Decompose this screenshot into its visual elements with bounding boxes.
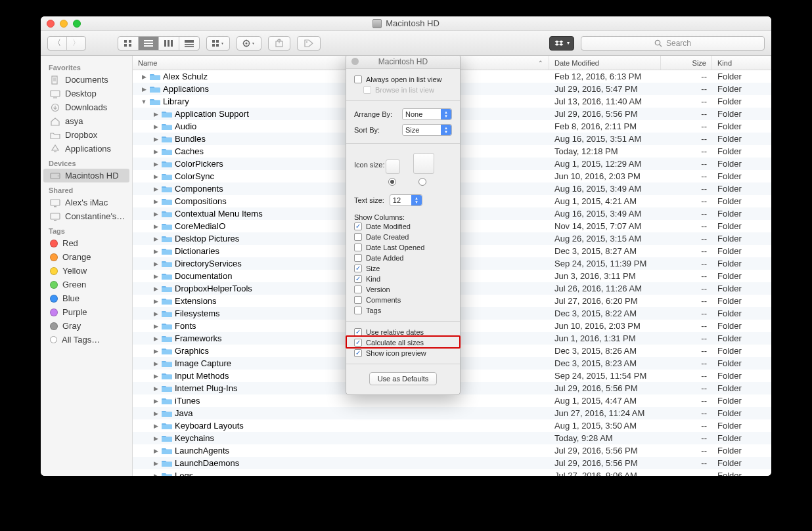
view-list-button[interactable] (139, 37, 159, 50)
disclosure-triangle-icon[interactable]: ▶ (152, 248, 159, 255)
sidebar-item[interactable]: Orange (41, 250, 132, 264)
icon-size-small-radio[interactable] (388, 178, 396, 186)
share-button[interactable] (268, 36, 290, 51)
disclosure-triangle-icon[interactable]: ▶ (152, 136, 159, 142)
disclosure-triangle-icon[interactable]: ▶ (152, 148, 159, 155)
search-field[interactable]: Search (581, 36, 765, 51)
arrange-menu[interactable] (206, 36, 230, 51)
minimize-window-button[interactable] (60, 20, 68, 28)
svg-rect-34 (54, 206, 56, 207)
zoom-window-button[interactable] (73, 20, 81, 28)
sidebar-item[interactable]: Green (41, 278, 132, 291)
disclosure-triangle-icon[interactable]: ▶ (152, 373, 159, 379)
file-row[interactable]: ▶iTunesAug 1, 2015, 4:47 AM--Folder (133, 394, 771, 407)
disclosure-triangle-icon[interactable]: ▶ (152, 460, 159, 467)
disclosure-triangle-icon[interactable]: ▶ (152, 473, 159, 477)
sidebar-item[interactable]: Documents (41, 73, 132, 87)
file-size: -- (661, 471, 712, 476)
column-toggle[interactable]: Version (354, 284, 452, 295)
disclosure-triangle-icon[interactable]: ▶ (141, 86, 147, 93)
view-coverflow-button[interactable] (179, 37, 199, 50)
file-size: -- (661, 458, 712, 468)
disclosure-triangle-icon[interactable]: ▶ (152, 410, 159, 417)
disclosure-triangle-icon[interactable]: ▶ (152, 273, 159, 280)
disclosure-triangle-icon[interactable]: ▶ (152, 335, 159, 342)
sort-by-select[interactable]: Size▲▼ (402, 124, 452, 136)
sidebar-item[interactable]: asya (41, 114, 132, 128)
sidebar-item[interactable]: Desktop (41, 87, 132, 100)
file-row[interactable]: ▶LogsJul 27, 2016, 9:06 AM--Folder (133, 469, 771, 476)
disclosure-triangle-icon[interactable]: ▶ (152, 223, 159, 230)
column-toggle[interactable]: Kind (354, 274, 452, 284)
disclosure-triangle-icon[interactable]: ▶ (152, 198, 159, 205)
disclosure-triangle-icon[interactable]: ▶ (152, 123, 159, 130)
file-row[interactable]: ▶LaunchDaemonsJul 29, 2016, 5:56 PM--Fol… (133, 457, 771, 469)
disclosure-triangle-icon[interactable]: ▶ (152, 211, 159, 217)
back-button[interactable]: 〈 (48, 37, 67, 50)
column-size[interactable]: Size (661, 56, 712, 70)
sidebar-item[interactable]: Alex's iMac (41, 196, 132, 209)
disclosure-triangle-icon[interactable]: ▶ (152, 286, 159, 292)
disclosure-triangle-icon[interactable]: ▶ (152, 348, 159, 354)
view-icons-button[interactable] (118, 37, 139, 50)
file-kind: Folder (712, 321, 771, 331)
sidebar-item[interactable]: Macintosh HD (43, 169, 129, 182)
disclosure-triangle-icon[interactable]: ▶ (152, 423, 159, 429)
disclosure-triangle-icon[interactable]: ▼ (141, 98, 147, 105)
disclosure-triangle-icon[interactable]: ▶ (152, 298, 159, 305)
disclosure-triangle-icon[interactable]: ▶ (152, 111, 159, 117)
disclosure-triangle-icon[interactable]: ▶ (152, 261, 159, 267)
column-kind[interactable]: Kind (712, 56, 771, 70)
column-toggle[interactable]: Date Added (354, 253, 452, 263)
show-icon-preview-checkbox[interactable]: Show icon preview (354, 348, 452, 358)
disclosure-triangle-icon[interactable]: ▶ (152, 323, 159, 329)
sidebar-item[interactable]: Constantine's… (41, 209, 132, 223)
disclosure-triangle-icon[interactable]: ▶ (152, 173, 159, 180)
disclosure-triangle-icon[interactable]: ▶ (141, 74, 147, 80)
file-row[interactable]: ▶KeychainsToday, 9:28 AM--Folder (133, 432, 771, 444)
column-toggle[interactable]: Tags (354, 305, 452, 316)
column-toggle[interactable]: Size (354, 263, 452, 274)
disclosure-triangle-icon[interactable]: ▶ (152, 310, 159, 317)
view-options-title[interactable]: Macintosh HD (346, 56, 460, 69)
text-size-select[interactable]: 12▲▼ (390, 194, 422, 206)
always-open-checkbox[interactable]: Always open in list view (354, 74, 452, 85)
sidebar-item[interactable]: Gray (41, 319, 132, 333)
use-as-defaults-button[interactable]: Use as Defaults (369, 372, 438, 385)
disclosure-triangle-icon[interactable]: ▶ (152, 385, 159, 392)
tags-button[interactable] (297, 36, 321, 51)
sidebar-item[interactable]: All Tags… (41, 333, 132, 347)
column-date[interactable]: Date Modified (549, 56, 661, 70)
disclosure-triangle-icon[interactable]: ▶ (152, 448, 159, 454)
column-toggle[interactable]: Comments (354, 295, 452, 305)
forward-button[interactable]: 〉 (67, 37, 85, 50)
sidebar-item[interactable]: Dropbox (41, 128, 132, 142)
file-row[interactable]: ▶LaunchAgentsJul 29, 2016, 5:56 PM--Fold… (133, 444, 771, 457)
titlebar[interactable]: Macintosh HD (41, 16, 771, 31)
dropbox-badge[interactable]: ▾ (549, 36, 574, 51)
action-menu[interactable] (237, 36, 261, 51)
view-columns-button[interactable] (159, 37, 179, 50)
sidebar-item[interactable]: Purple (41, 305, 132, 319)
disclosure-triangle-icon[interactable]: ▶ (152, 360, 159, 367)
disclosure-triangle-icon[interactable]: ▶ (152, 435, 159, 442)
close-window-button[interactable] (47, 20, 55, 28)
column-toggle[interactable]: Date Created (354, 232, 452, 242)
sidebar-item[interactable]: Blue (41, 291, 132, 305)
disclosure-triangle-icon[interactable]: ▶ (152, 161, 159, 167)
sidebar-item[interactable]: Red (41, 236, 132, 250)
disclosure-triangle-icon[interactable]: ▶ (152, 186, 159, 192)
icon-size-large-radio[interactable] (418, 178, 426, 186)
disclosure-triangle-icon[interactable]: ▶ (152, 236, 159, 242)
sidebar-item[interactable]: Applications (41, 142, 132, 156)
sidebar-item[interactable]: Downloads (41, 100, 132, 114)
file-row[interactable]: ▶JavaJun 27, 2016, 11:24 AM--Folder (133, 407, 771, 419)
disclosure-triangle-icon[interactable]: ▶ (152, 398, 159, 404)
sidebar-item[interactable]: Yellow (41, 264, 132, 278)
close-icon[interactable] (351, 58, 359, 65)
column-toggle[interactable]: Date Last Opened (354, 242, 452, 253)
column-toggle[interactable]: Date Modified (354, 221, 452, 232)
arrange-by-select[interactable]: None▲▼ (402, 108, 452, 120)
file-row[interactable]: ▶Keyboard LayoutsAug 1, 2015, 3:50 AM--F… (133, 419, 771, 432)
column-name[interactable]: Name⌃ (133, 56, 549, 70)
